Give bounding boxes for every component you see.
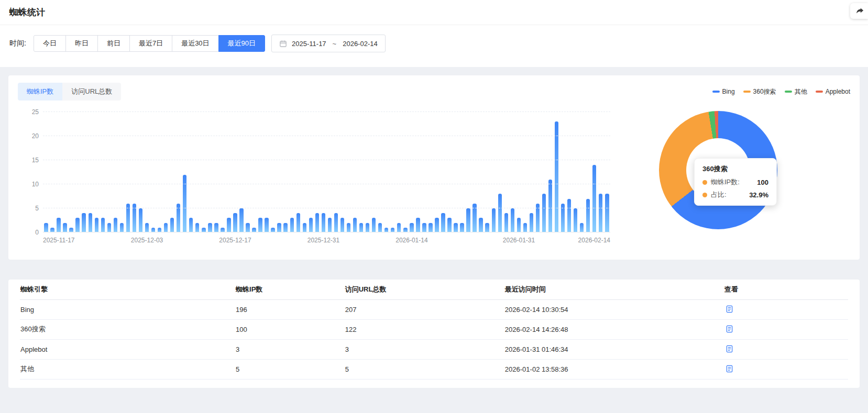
cell-ip_count: 196 <box>235 299 345 319</box>
bar <box>372 218 376 232</box>
bar <box>347 223 350 232</box>
view-report-button[interactable] <box>724 304 734 314</box>
bar <box>359 223 363 232</box>
share-button[interactable] <box>850 3 868 19</box>
gridline <box>43 232 610 232</box>
titlebar: 蜘蛛统计 <box>0 0 868 25</box>
table-row: 360搜索1001222026-02-14 14:26:48 <box>20 319 848 339</box>
bar <box>63 223 67 232</box>
y-axis-label: 10 <box>18 181 39 188</box>
chart-tab-1[interactable]: 访问URL总数 <box>62 83 121 101</box>
filter-bar: 时间: 今日昨日前日最近7日最近30日最近90日 2025-11-17 ~ 20… <box>0 25 868 67</box>
cell-last_visit: 2026-01-02 13:58:36 <box>504 359 724 379</box>
bar <box>328 218 332 232</box>
bar <box>89 213 92 232</box>
bar <box>422 223 426 232</box>
time-filter-button-1[interactable]: 昨日 <box>65 35 98 52</box>
bar <box>95 218 98 232</box>
tooltip-title: 360搜索 <box>702 164 768 174</box>
cell-view <box>724 299 848 319</box>
bar-chart: 05101520252025-11-172025-12-032025-12-17… <box>18 107 612 249</box>
table-row: 其他552026-01-02 13:58:36 <box>20 359 848 379</box>
bar <box>441 213 445 232</box>
bar <box>309 218 313 232</box>
cell-url_count: 207 <box>345 299 504 319</box>
bar-chart-plot: 05101520252025-11-172025-12-032025-12-17… <box>43 112 610 232</box>
table-header-3: 最近访问时间 <box>504 280 724 299</box>
bar <box>548 180 552 232</box>
cell-last_visit: 2026-01-31 01:46:34 <box>504 339 724 359</box>
cell-engine: Bing <box>20 299 235 319</box>
bar <box>114 218 117 232</box>
bar <box>239 208 243 232</box>
chart-body: 05101520252025-11-172025-12-032025-12-17… <box>18 107 850 249</box>
bar <box>511 208 514 232</box>
donut-chart-area: 360搜索 蜘蛛IP数:100占比:32.9% <box>620 107 850 249</box>
bar <box>460 223 464 232</box>
time-filter-button-2[interactable]: 前日 <box>97 35 130 52</box>
cell-url_count: 5 <box>345 359 504 379</box>
bar <box>164 223 168 232</box>
bar <box>574 208 577 232</box>
bar <box>303 223 306 232</box>
bar <box>170 218 174 232</box>
view-report-button[interactable] <box>724 324 734 334</box>
time-filter-group: 今日昨日前日最近7日最近30日最近90日 <box>34 35 265 52</box>
tooltip-marker-dot <box>702 193 707 197</box>
table-header-row: 蜘蛛引擎蜘蛛IP数访问URL总数最近访问时间查看 <box>20 280 848 299</box>
bar <box>567 199 571 232</box>
legend-item-0[interactable]: Bing <box>712 88 735 95</box>
date-range-separator: ~ <box>331 40 338 48</box>
bar <box>101 218 105 232</box>
x-axis-label: 2025-11-17 <box>43 237 75 244</box>
bar <box>492 208 496 232</box>
chart-legend: Bing360搜索其他Applebot <box>712 87 850 96</box>
time-filter-button-0[interactable]: 今日 <box>34 35 66 52</box>
view-report-button[interactable] <box>724 364 734 374</box>
legend-item-2[interactable]: 其他 <box>785 87 807 96</box>
x-axis-label: 2026-02-14 <box>578 237 610 244</box>
bar <box>145 223 149 232</box>
cell-ip_count: 100 <box>235 319 345 339</box>
bar <box>466 208 470 232</box>
date-range-end: 2026-02-14 <box>343 40 378 48</box>
legend-marker <box>816 91 823 93</box>
bar <box>82 213 85 232</box>
spider-table-card: 蜘蛛引擎蜘蛛IP数访问URL总数最近访问时间查看 Bing1962072026-… <box>8 280 860 388</box>
bar <box>214 223 218 232</box>
legend-item-3[interactable]: Applebot <box>816 88 850 95</box>
legend-item-1[interactable]: 360搜索 <box>743 87 776 96</box>
bar <box>353 218 357 232</box>
bar <box>435 218 438 232</box>
gridline <box>43 111 610 112</box>
tooltip-value: 100 <box>745 178 768 186</box>
legend-label: Bing <box>722 88 735 95</box>
bar <box>75 218 79 232</box>
table-row: Applebot332026-01-31 01:46:34 <box>20 339 848 359</box>
gridline <box>43 136 610 136</box>
bar <box>258 218 262 232</box>
view-report-icon <box>726 345 733 353</box>
bar <box>485 223 489 232</box>
bar <box>290 218 294 232</box>
chart-tab-0[interactable]: 蜘蛛IP数 <box>18 83 62 101</box>
y-axis-label: 0 <box>18 229 39 236</box>
bar <box>120 223 124 232</box>
chart-tooltip: 360搜索 蜘蛛IP数:100占比:32.9% <box>694 158 777 206</box>
x-axis-label: 2026-01-14 <box>395 237 427 244</box>
bar <box>139 208 142 232</box>
bar <box>246 223 249 232</box>
cell-ip_count: 5 <box>235 359 345 379</box>
time-filter-button-4[interactable]: 最近30日 <box>172 35 218 52</box>
bar <box>283 223 287 232</box>
tooltip-label: 占比: <box>711 190 727 199</box>
gridline <box>43 208 610 208</box>
time-filter-button-3[interactable]: 最近7日 <box>129 35 172 52</box>
bar <box>277 223 281 232</box>
bar <box>479 218 482 232</box>
view-report-button[interactable] <box>724 344 734 354</box>
y-axis-label: 20 <box>18 132 39 140</box>
time-filter-button-5[interactable]: 最近90日 <box>218 35 265 52</box>
date-range-picker[interactable]: 2025-11-17 ~ 2026-02-14 <box>271 35 386 52</box>
table-row: Bing1962072026-02-14 10:30:54 <box>20 299 848 319</box>
